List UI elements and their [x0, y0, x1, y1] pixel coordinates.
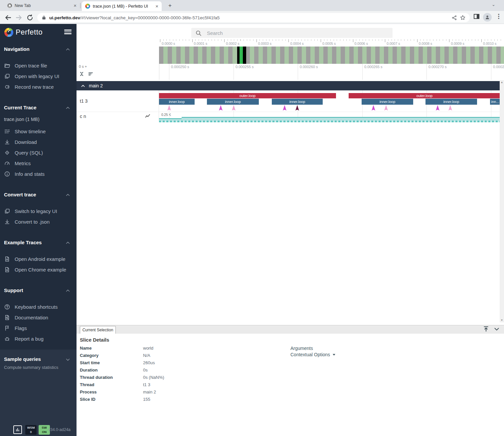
- track-sort-icon[interactable]: [88, 71, 93, 77]
- sidebar-item-show-timeline[interactable]: Show timeline: [4, 126, 73, 136]
- current-trace-filename: trace.json (1 MB): [4, 117, 40, 122]
- profile-avatar[interactable]: [483, 13, 492, 22]
- section-title-convert-trace[interactable]: Convert trace: [4, 192, 36, 197]
- track-group-main2[interactable]: main 2: [77, 81, 500, 90]
- expand-panel-icon[interactable]: [483, 326, 489, 332]
- detail-row: CategoryN/A: [80, 353, 286, 360]
- sidebar-item-switch-to-legacy-ui[interactable]: Switch to legacy UI: [4, 206, 73, 216]
- instant-event-marker[interactable]: [371, 105, 376, 111]
- overview-minimap[interactable]: [159, 47, 504, 64]
- sidebar-item-open-chrome-example[interactable]: Open Chrome example: [4, 265, 73, 274]
- section-title-example-traces[interactable]: Example Traces: [4, 240, 42, 245]
- sidebar-item-label: Open trace file: [15, 63, 47, 68]
- slice-inner-loop[interactable]: inner.loop: [272, 99, 323, 105]
- close-tab-icon[interactable]: ×: [155, 3, 158, 9]
- section-title-navigation[interactable]: Navigation: [4, 46, 30, 52]
- chevron-up-icon[interactable]: [81, 83, 85, 88]
- viewport-handle[interactable]: [237, 47, 246, 64]
- detail-row: Slice ID155: [80, 397, 286, 404]
- detail-value: 0s (NaN%): [143, 375, 164, 380]
- sidebar-item-open-with-legacy-ui[interactable]: Open with legacy UI: [4, 71, 73, 81]
- sidebar-item-query-sql-[interactable]: Query (SQL): [4, 148, 73, 158]
- chevron-up-icon[interactable]: [65, 105, 71, 112]
- sidebar-item-report-a-bug[interactable]: Report a bug: [4, 334, 73, 344]
- contextual-options-dropdown[interactable]: Contextual Options: [290, 352, 335, 357]
- slice-inner-loop[interactable]: inner.loop: [425, 99, 477, 105]
- doc-icon: [4, 256, 10, 262]
- sidebar-item-record-new-trace[interactable]: Record new trace: [4, 82, 73, 92]
- docsearch-icon: [4, 314, 10, 321]
- hamburger-menu-icon[interactable]: [64, 30, 72, 35]
- chevron-up-icon[interactable]: [65, 192, 71, 199]
- instant-event-marker[interactable]: [232, 105, 236, 111]
- new-tab-button[interactable]: +: [166, 2, 174, 9]
- chevron-up-icon[interactable]: [65, 288, 71, 295]
- instant-event-marker[interactable]: [219, 105, 223, 111]
- instant-event-marker[interactable]: [295, 105, 299, 111]
- side-panel-icon[interactable]: [474, 14, 479, 19]
- scroll-down-icon[interactable]: ▼: [500, 318, 504, 322]
- thread-track-shell[interactable]: t1 3: [77, 90, 159, 112]
- forward-icon[interactable]: [15, 14, 23, 22]
- browser-tab-perfetto[interactable]: trace.json (1 MB) - Perfetto UI ×: [82, 1, 162, 11]
- ruler-tick-label: 0.0004 s: [290, 42, 303, 46]
- section-title-support[interactable]: Support: [4, 287, 23, 293]
- collapse-tracks-icon[interactable]: [79, 71, 84, 77]
- sidebar-item-keyboard-shortcuts[interactable]: Keyboard shortcuts: [4, 302, 73, 312]
- wsm-badge[interactable]: WSM0: [25, 425, 37, 435]
- vertical-scrollbar[interactable]: ▲ ▼: [500, 80, 504, 322]
- instant-event-marker[interactable]: [448, 105, 452, 111]
- chevron-up-icon[interactable]: [65, 240, 71, 247]
- sidebar-item-open-trace-file[interactable]: Open trace file: [4, 60, 73, 70]
- sidebar-item-open-android-example[interactable]: Open Android example: [4, 254, 73, 264]
- detail-key: Name: [80, 346, 141, 351]
- chevron-down-icon[interactable]: [65, 357, 71, 362]
- instant-event-marker[interactable]: [435, 105, 440, 111]
- back-icon[interactable]: [4, 14, 12, 22]
- slice-inner-loop[interactable]: inn...: [490, 99, 500, 105]
- sidebar-item-label: Flags: [15, 325, 27, 331]
- group-title: main 2: [89, 83, 103, 88]
- thread-track-name: t1 3: [80, 98, 87, 104]
- reload-icon[interactable]: [26, 14, 34, 22]
- instant-event-marker[interactable]: [167, 105, 171, 111]
- sidebar-item-metrics[interactable]: Metrics: [4, 158, 73, 168]
- section-title-current-trace[interactable]: Current Trace: [4, 105, 37, 110]
- sidebar-item-info-and-stats[interactable]: Info and stats: [4, 169, 73, 179]
- scroll-up-icon[interactable]: ▲: [500, 80, 504, 84]
- instant-event-marker[interactable]: [282, 105, 287, 111]
- slice-inner-loop[interactable]: inner.loop: [362, 99, 413, 105]
- collapse-panel-chevron-icon[interactable]: [493, 326, 500, 332]
- counter-track-shell[interactable]: c n: [77, 112, 159, 121]
- sample-query-item[interactable]: Compute summary statistics: [4, 365, 58, 370]
- instant-event-marker[interactable]: [384, 105, 388, 111]
- search-placeholder: Search: [207, 30, 223, 36]
- sidebar-item-download[interactable]: Download: [4, 137, 73, 147]
- bookmark-star-icon[interactable]: [460, 15, 466, 21]
- tab-search-chevron-icon[interactable]: ⌄: [492, 2, 495, 7]
- url-bar[interactable]: ui.perfetto.dev/#!/viewer?local_cache_ke…: [37, 13, 470, 22]
- chevron-up-icon[interactable]: [65, 47, 71, 54]
- detail-value: 155: [143, 397, 150, 402]
- perf-stats-icon[interactable]: [13, 425, 22, 434]
- tab-title: trace.json (1 MB) - Perfetto UI: [93, 4, 153, 9]
- sidebar-item-flags[interactable]: Flags: [4, 323, 73, 333]
- close-tab-icon[interactable]: ×: [74, 3, 77, 8]
- share-icon[interactable]: [451, 15, 457, 21]
- search-input[interactable]: Search: [191, 28, 393, 38]
- slice-inner-loop[interactable]: inner.loop: [159, 99, 195, 105]
- counter-segment: [159, 118, 182, 121]
- detail-row: Threadt1 3: [80, 382, 286, 389]
- track-content-area[interactable]: 0.25 K outer.loopouter.loopinner.loopinn…: [159, 90, 500, 122]
- sidebar-item-convert-to-json[interactable]: Convert to .json: [4, 217, 73, 227]
- browser-menu-icon[interactable]: •••: [496, 14, 502, 21]
- slice-outer-loop[interactable]: outer.loop: [349, 93, 500, 98]
- tab-current-selection[interactable]: Current Selection: [80, 326, 116, 334]
- browser-tab-newtab[interactable]: New Tab ×: [4, 0, 80, 11]
- slice-inner-loop[interactable]: inner.loop: [207, 99, 259, 105]
- sidebar-item-label: Open with legacy UI: [15, 73, 59, 79]
- time-gridline: [491, 64, 491, 80]
- sample-queries-title[interactable]: Sample queries: [4, 356, 41, 362]
- slice-outer-loop[interactable]: outer.loop: [159, 93, 336, 98]
- sidebar-item-documentation[interactable]: Documentation: [4, 312, 73, 322]
